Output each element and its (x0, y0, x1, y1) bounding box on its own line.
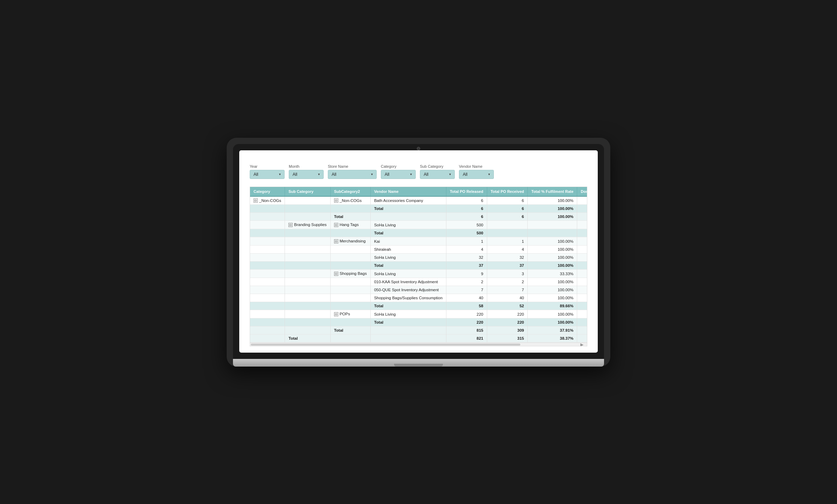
table-cell: 815 (446, 326, 487, 334)
expand-icon[interactable]: ⊟ (334, 198, 338, 203)
table-cell (285, 326, 330, 334)
table-cell (577, 229, 587, 237)
table-row: Total500500 (250, 229, 587, 237)
table-cell: 37 (577, 262, 587, 270)
table-cell (250, 229, 285, 237)
table-header-cell[interactable]: Domestic PO Released (577, 187, 587, 196)
table-row: ⊟POPsSoHa Living220220100.00%220220100.0… (250, 310, 587, 318)
table-cell (285, 294, 330, 302)
table-cell: 2 (487, 278, 528, 286)
table-cell (330, 229, 370, 237)
table-cell (330, 246, 370, 254)
filter-value-category: All (385, 172, 389, 177)
table-cell (285, 310, 330, 318)
filter-select-month[interactable]: All▾ (289, 170, 324, 179)
table-header-cell[interactable]: Total % Fulfilment Rate (528, 187, 577, 196)
table-cell (250, 213, 285, 221)
table-cell: SoHa Living (370, 310, 446, 318)
filter-select-store-name[interactable]: All▾ (328, 170, 377, 179)
table-cell (285, 286, 330, 294)
filter-value-year: All (254, 172, 258, 177)
expand-icon[interactable]: ⊟ (334, 239, 338, 243)
filter-select-category[interactable]: All▾ (381, 170, 416, 179)
table-cell: 821 (446, 334, 487, 343)
table-header-cell[interactable]: Sub Category (285, 187, 330, 196)
page-content: YearAll▾MonthAll▾Store NameAll▾CategoryA… (239, 150, 598, 352)
table-cell: 37.91% (528, 326, 577, 334)
chevron-down-icon: ▾ (279, 172, 281, 176)
table-cell (250, 278, 285, 286)
table-cell (285, 229, 330, 237)
expand-icon[interactable]: ⊟ (288, 223, 293, 227)
table-cell (285, 278, 330, 286)
table-cell (285, 270, 330, 278)
table-cell: 52 (577, 302, 587, 310)
table-cell (370, 213, 446, 221)
filter-select-vendor-name[interactable]: All▾ (459, 170, 494, 179)
table-cell (330, 334, 370, 343)
filter-label-month: Month (289, 164, 324, 168)
filter-group-sub-category: Sub CategoryAll▾ (420, 164, 455, 179)
table-cell: ⊟Branding Supplies (285, 221, 330, 229)
table-cell (330, 286, 370, 294)
filter-select-sub-category[interactable]: All▾ (420, 170, 455, 179)
expand-icon[interactable]: ⊟ (334, 223, 338, 227)
table-cell: 38.37% (528, 334, 577, 343)
expand-icon[interactable]: ⊟ (334, 312, 338, 316)
filter-label-vendor-name: Vendor Name (459, 164, 494, 168)
table-cell: SoHa Living (370, 270, 446, 278)
table-cell: 7 (577, 286, 587, 294)
expand-icon[interactable]: ⊟ (334, 272, 338, 276)
expand-icon[interactable]: ⊟ (254, 198, 258, 203)
table-header-cell[interactable]: Total PO Received (487, 187, 528, 196)
table-header-cell[interactable]: Vendor Name (370, 187, 446, 196)
scrollbar-thumb[interactable] (251, 344, 520, 346)
filter-group-store-name: Store NameAll▾ (328, 164, 377, 179)
table-cell: 52 (487, 302, 528, 310)
table-cell (285, 302, 330, 310)
table-header-cell[interactable]: Total PO Released (446, 187, 487, 196)
table-cell: ⊟Shopping Bags (330, 270, 370, 278)
table-row: Total66100.00%66100.00%000 (250, 205, 587, 213)
table-cell (285, 196, 330, 205)
laptop-screen: YearAll▾MonthAll▾Store NameAll▾CategoryA… (239, 150, 598, 353)
table-cell: 2 (446, 278, 487, 286)
table-cell: 6 (577, 205, 587, 213)
table-header-row: CategorySub CategorySubCategory2Vendor N… (250, 187, 587, 196)
table-cell (285, 205, 330, 213)
table-cell: 220 (577, 310, 587, 318)
filter-value-month: All (293, 172, 297, 177)
filters-section: YearAll▾MonthAll▾Store NameAll▾CategoryA… (250, 164, 587, 179)
table-cell: 100.00% (528, 262, 577, 270)
table-cell (250, 310, 285, 318)
table-cell (250, 294, 285, 302)
table-cell: 3 (487, 270, 528, 278)
table-cell (370, 326, 446, 334)
table-cell: ⊟Hang Tags (330, 221, 370, 229)
table-row: Total66100.00%66100.00%000 (250, 213, 587, 221)
filter-value-sub-category: All (424, 172, 428, 177)
table-cell: 6 (487, 205, 528, 213)
filter-label-category: Category (381, 164, 416, 168)
table-header-cell[interactable]: Category (250, 187, 285, 196)
laptop-base (233, 359, 604, 367)
table-row: Total585289.66%524789.66%658 (250, 302, 587, 310)
filter-label-year: Year (250, 164, 285, 168)
table-cell: 100.00% (528, 310, 577, 318)
filter-select-year[interactable]: All▾ (250, 170, 285, 179)
table-header-cell[interactable]: SubCategory2 (330, 187, 370, 196)
camera-notch (417, 147, 420, 150)
table-cell: Bath Accessories Company (370, 196, 446, 205)
table-cell (330, 302, 370, 310)
chevron-down-icon: ▾ (449, 172, 451, 176)
table-cell (285, 237, 330, 246)
table-cell (250, 221, 285, 229)
table-cell (370, 334, 446, 343)
chevron-down-icon: ▾ (410, 172, 412, 176)
table-cell: Shopping Bags/Supplies Consumption (370, 294, 446, 302)
table-cell: 1 (446, 237, 487, 246)
table-cell (250, 318, 285, 326)
table-cell (285, 254, 330, 262)
horizontal-scrollbar[interactable]: ▶ (250, 343, 587, 346)
right-arrow-icon: ▶ (580, 342, 583, 347)
